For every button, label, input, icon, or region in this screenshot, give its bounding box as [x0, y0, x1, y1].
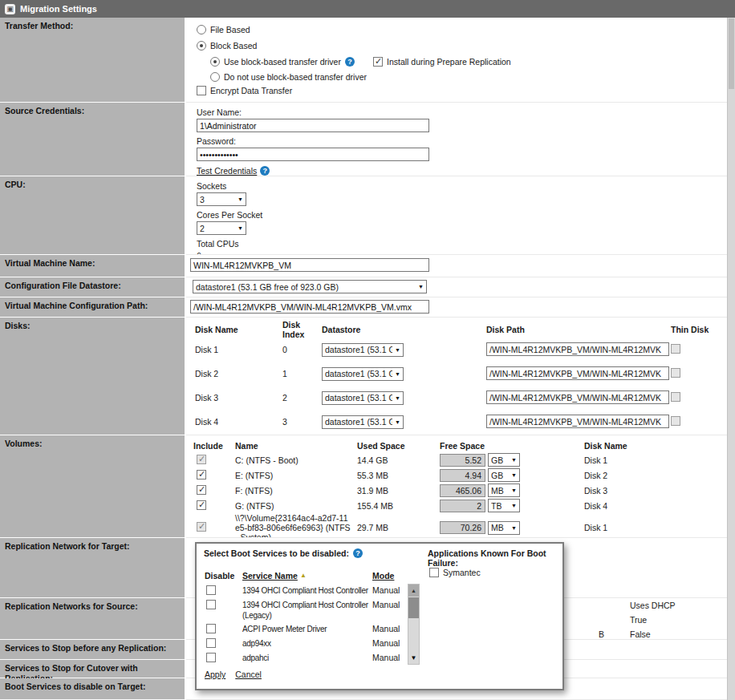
sort-ascending-icon [300, 572, 307, 580]
disk-datastore-select[interactable]: datastore1 (53.1 GB [322, 367, 404, 381]
thin-disk-checkbox[interactable] [671, 416, 680, 426]
vm-name-input[interactable] [190, 258, 429, 272]
test-credentials-link[interactable]: Test Credentials [197, 166, 257, 176]
disk-datastore-value: datastore1 (53.1 GB [325, 393, 392, 403]
free-space-unit-select[interactable]: MB [488, 484, 520, 497]
scroll-up-icon[interactable] [408, 585, 419, 597]
block-based-radio[interactable] [197, 41, 206, 51]
no-driver-radio[interactable] [210, 72, 220, 82]
transfer-method-label: Transfer Method: [0, 18, 186, 103]
volume-used-space: 155.4 MB [357, 501, 440, 511]
file-based-radio[interactable] [197, 25, 206, 34]
dropdown-arrow-icon [418, 284, 424, 289]
volume-disk-name: Disk 1 [584, 523, 735, 532]
vm-config-path-input[interactable] [190, 300, 429, 314]
cpu-label: CPU: [0, 176, 186, 255]
disk-index: 1 [282, 369, 322, 378]
disk-path-input[interactable]: /WIN-ML4R12MVKPB_VM/WIN-ML4R12MVK [486, 366, 669, 380]
services-scrollbar[interactable] [408, 584, 420, 665]
cores-select[interactable]: 2 [197, 221, 246, 235]
free-space-input[interactable]: 5.52 [440, 454, 485, 467]
free-space-input[interactable]: 465.06 [440, 484, 485, 497]
cancel-link[interactable]: Cancel [235, 670, 262, 679]
boot-services-info-icon[interactable] [353, 548, 363, 558]
service-mode: Manual [372, 624, 400, 634]
free-space-input[interactable]: 70.26 [440, 521, 485, 534]
thin-disk-checkbox[interactable] [671, 344, 680, 354]
disks-header-datastore: Datastore [322, 325, 486, 334]
services-header-service-name[interactable]: Service Name [242, 571, 298, 581]
free-space-unit-select[interactable]: GB [488, 453, 520, 467]
cores-label: Cores Per Socket [197, 209, 735, 221]
disable-service-checkbox[interactable] [206, 653, 216, 662]
free-space-unit-select[interactable]: GB [488, 468, 520, 482]
page-scrollbar[interactable] [727, 18, 735, 700]
user-name-input[interactable] [197, 119, 429, 132]
free-space-input[interactable]: 4.94 [440, 469, 485, 482]
test-credentials-info-icon[interactable] [260, 166, 270, 176]
disk-datastore-value: datastore1 (53.1 GB [325, 345, 392, 354]
install-prepare-checkbox[interactable] [373, 57, 383, 67]
free-space-unit-select[interactable]: MB [488, 521, 520, 535]
apply-link[interactable]: Apply [205, 670, 225, 679]
service-mode: Manual [372, 653, 400, 663]
disk-path-input[interactable]: /WIN-ML4R12MVKPB_VM/WIN-ML4R12MVK [486, 415, 669, 428]
disk-datastore-value: datastore1 (53.1 GB [325, 417, 392, 427]
row-config-datastore: Configuration File Datastore: datastore1… [0, 277, 735, 297]
encrypt-option-label[interactable]: Encrypt Data Transfer [210, 86, 292, 95]
scrollbar-thumb[interactable] [408, 597, 419, 618]
page-title: Migration Settings [20, 4, 97, 14]
boot-services-dialog-title: Select Boot Services to be disabled: [204, 548, 349, 558]
volume-disk-name: Disk 2 [584, 471, 735, 480]
service-mode: Manual [372, 600, 400, 610]
disable-service-checkbox[interactable] [206, 624, 216, 633]
include-volume-checkbox[interactable] [197, 455, 206, 464]
sockets-select[interactable]: 3 [197, 192, 246, 206]
file-based-option-label[interactable]: File Based [210, 25, 250, 34]
scroll-down-icon[interactable] [408, 652, 419, 664]
dropdown-arrow-icon [511, 525, 517, 531]
disks-header-path: Disk Path [486, 325, 671, 334]
use-driver-option-label[interactable]: Use block-based transfer driver [224, 57, 341, 67]
disk-path-input[interactable]: /WIN-ML4R12MVKPB_VM/WIN-ML4R12MVK [486, 342, 669, 356]
disk-row: Disk 1 0 datastore1 (53.1 GB /WIN-ML4R12… [195, 338, 735, 362]
password-label: Password: [197, 136, 735, 148]
include-volume-checkbox[interactable] [197, 522, 206, 532]
symantec-label[interactable]: Symantec [443, 568, 481, 577]
disk-datastore-select[interactable]: datastore1 (53.1 GB [322, 343, 404, 357]
free-space-input[interactable]: 2 [440, 500, 485, 512]
config-datastore-value: datastore1 (53.1 GB free of 923.0 GB) [196, 282, 339, 292]
include-volume-checkbox[interactable] [197, 500, 206, 510]
page-scrollbar-thumb[interactable] [729, 18, 734, 89]
source-credentials-label: Source Credentials: [0, 103, 186, 176]
use-driver-radio[interactable] [210, 57, 220, 67]
encrypt-checkbox[interactable] [197, 86, 206, 95]
service-row: 1394 OHCI Compliant Host Controller Manu… [205, 584, 405, 598]
disk-datastore-select[interactable]: datastore1 (53.1 GB [322, 415, 404, 429]
thin-disk-checkbox[interactable] [671, 392, 680, 402]
block-based-option-label[interactable]: Block Based [210, 41, 257, 51]
config-datastore-select[interactable]: datastore1 (53.1 GB free of 923.0 GB) [193, 280, 427, 293]
migration-settings-panel: Migration Settings Transfer Method: File… [0, 0, 735, 700]
disk-datastore-select[interactable]: datastore1 (53.1 GB [322, 391, 404, 405]
services-header-mode[interactable]: Mode [372, 571, 394, 581]
include-volume-checkbox[interactable] [197, 470, 206, 479]
free-space-unit-select[interactable]: TB [488, 499, 520, 512]
disable-service-checkbox[interactable] [206, 585, 216, 595]
disable-service-checkbox[interactable] [206, 600, 216, 609]
thin-disk-checkbox[interactable] [671, 368, 680, 378]
password-input[interactable] [197, 148, 429, 161]
use-driver-info-icon[interactable] [345, 57, 355, 67]
volume-name: E: (NTFS) [235, 471, 357, 480]
install-prepare-option-label[interactable]: Install during Prepare Replication [387, 57, 511, 67]
disable-service-checkbox[interactable] [206, 638, 216, 648]
replication-network-target-label: Replication Network for Target: [0, 538, 186, 598]
disks-header-name: Disk Name [195, 325, 282, 334]
disk-row: Disk 4 3 datastore1 (53.1 GB /WIN-ML4R12… [195, 410, 735, 434]
include-volume-checkbox[interactable] [197, 485, 206, 495]
symantec-checkbox[interactable] [429, 568, 439, 577]
volume-used-space: 55.3 MB [357, 471, 440, 480]
no-driver-option-label[interactable]: Do not use block-based transfer driver [224, 72, 367, 82]
volume-used-space: 14.4 GB [357, 455, 440, 465]
disk-path-input[interactable]: /WIN-ML4R12MVKPB_VM/WIN-ML4R12MVK [486, 390, 669, 404]
